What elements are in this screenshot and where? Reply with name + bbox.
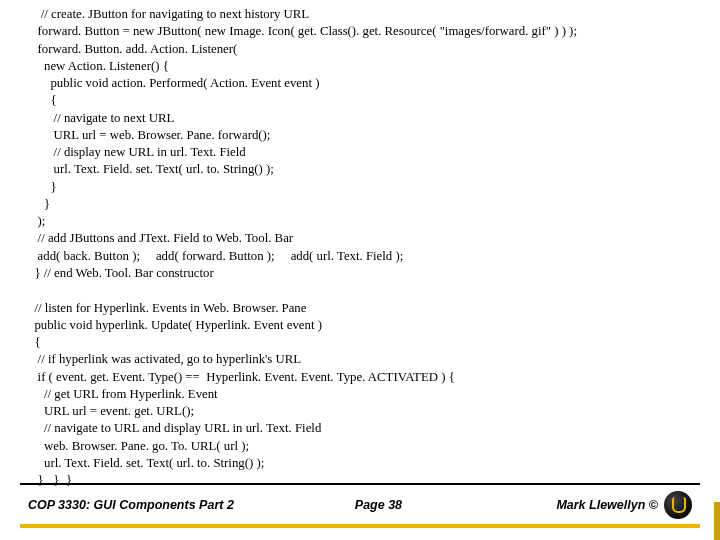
code-line: } xyxy=(28,197,50,211)
code-line: } xyxy=(28,180,57,194)
code-line: // listen for Hyperlink. Events in Web. … xyxy=(28,301,306,315)
footer-bar: COP 3330: GUI Components Part 2 Page 38 … xyxy=(20,483,700,528)
code-line: // if hyperlink was activated, go to hyp… xyxy=(28,352,301,366)
code-line: url. Text. Field. set. Text( url. to. St… xyxy=(28,456,264,470)
code-line: } // end Web. Tool. Bar constructor xyxy=(28,266,214,280)
code-line: // add JButtons and JText. Field to Web.… xyxy=(28,231,293,245)
code-line: // display new URL in url. Text. Field xyxy=(28,145,246,159)
code-line: // navigate to next URL xyxy=(28,111,174,125)
code-line: new Action. Listener() { xyxy=(28,59,169,73)
ucf-logo-icon xyxy=(664,491,692,519)
code-line: URL url = web. Browser. Pane. forward(); xyxy=(28,128,270,142)
code-line: // navigate to URL and display URL in ur… xyxy=(28,421,321,435)
code-line: public void action. Performed( Action. E… xyxy=(28,76,319,90)
code-block: // create. JButton for navigating to nex… xyxy=(28,6,700,489)
slide: // create. JButton for navigating to nex… xyxy=(0,0,720,540)
code-line: web. Browser. Pane. go. To. URL( url ); xyxy=(28,439,249,453)
code-line: url. Text. Field. set. Text( url. to. St… xyxy=(28,162,274,176)
code-line: add( back. Button ); add( forward. Butto… xyxy=(28,249,403,263)
code-line: // create. JButton for navigating to nex… xyxy=(28,7,309,21)
code-line xyxy=(28,283,31,297)
code-line: // get URL from Hyperlink. Event xyxy=(28,387,218,401)
code-line: forward. Button = new JButton( new Image… xyxy=(28,24,577,38)
code-line: public void hyperlink. Update( Hyperlink… xyxy=(28,318,322,332)
decor-stripe xyxy=(714,502,720,540)
code-line: { xyxy=(28,335,41,349)
footer-page: Page 38 xyxy=(286,498,470,512)
code-line: URL url = event. get. URL(); xyxy=(28,404,194,418)
code-line: if ( event. get. Event. Type() == Hyperl… xyxy=(28,370,455,384)
code-line: ); xyxy=(28,214,45,228)
footer-course: COP 3330: GUI Components Part 2 xyxy=(28,498,286,512)
code-line: { xyxy=(28,93,57,107)
code-line: forward. Button. add. Action. Listener( xyxy=(28,42,237,56)
footer-author: Mark Llewellyn © xyxy=(556,498,658,512)
